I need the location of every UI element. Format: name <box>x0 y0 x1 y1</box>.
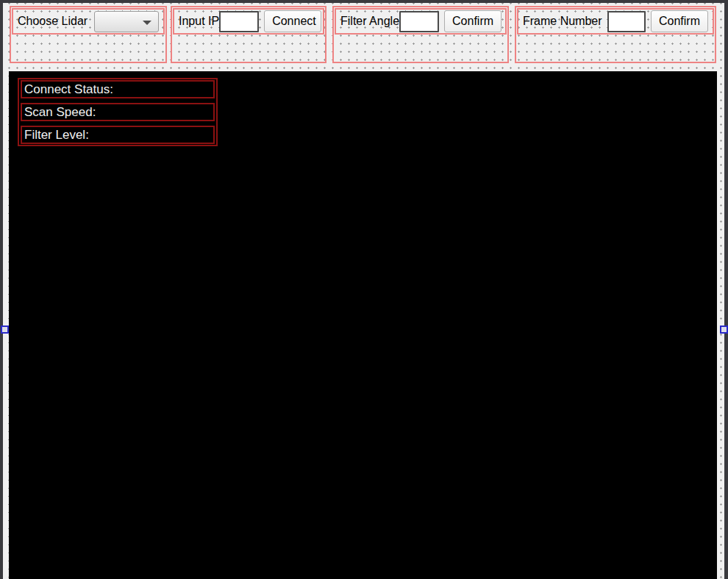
lidar-combobox[interactable] <box>94 11 159 32</box>
scan-speed-label: Scan Speed: <box>21 103 215 121</box>
group-choose-lidar-row: Choose Lidar <box>12 8 165 35</box>
group-input-ip-row: Input IP Connect <box>173 8 324 35</box>
chevron-down-icon <box>143 21 151 25</box>
frame-number-input[interactable] <box>607 11 646 32</box>
group-input-ip: Input IP Connect <box>171 6 326 63</box>
connect-status-label: Connect Status: <box>21 80 215 98</box>
group-filter-angle: Filter Angle Confirm <box>332 6 509 63</box>
filter-angle-input[interactable] <box>399 11 439 32</box>
filter-angle-confirm-button[interactable]: Confirm <box>444 10 502 32</box>
filter-level-label: Filter Level: <box>21 126 215 144</box>
window-frame-top <box>0 0 728 3</box>
window-frame-left <box>0 0 3 579</box>
frame-number-confirm-button[interactable]: Confirm <box>651 10 708 32</box>
group-frame-number: Frame Number Confirm <box>515 6 716 63</box>
selection-handle-left[interactable] <box>1 326 9 334</box>
selection-handle-right[interactable] <box>720 326 728 334</box>
frame-number-label: Frame Number <box>523 15 602 28</box>
filter-angle-label: Filter Angle <box>340 15 399 28</box>
ip-input[interactable] <box>219 11 259 32</box>
status-panel: Connect Status: Scan Speed: Filter Level… <box>18 78 218 146</box>
choose-lidar-label: Choose Lidar <box>18 15 88 28</box>
group-filter-angle-row: Filter Angle Confirm <box>335 8 507 35</box>
designer-canvas: Choose Lidar Input IP Connect Filter Ang… <box>0 0 728 579</box>
group-choose-lidar: Choose Lidar <box>10 6 167 63</box>
pointcloud-viewport[interactable]: Connect Status: Scan Speed: Filter Level… <box>9 71 717 579</box>
group-frame-number-row: Frame Number Confirm <box>517 8 714 35</box>
window-frame-right <box>724 0 728 579</box>
input-ip-label: Input IP <box>179 15 219 28</box>
connect-button[interactable]: Connect <box>264 10 321 32</box>
